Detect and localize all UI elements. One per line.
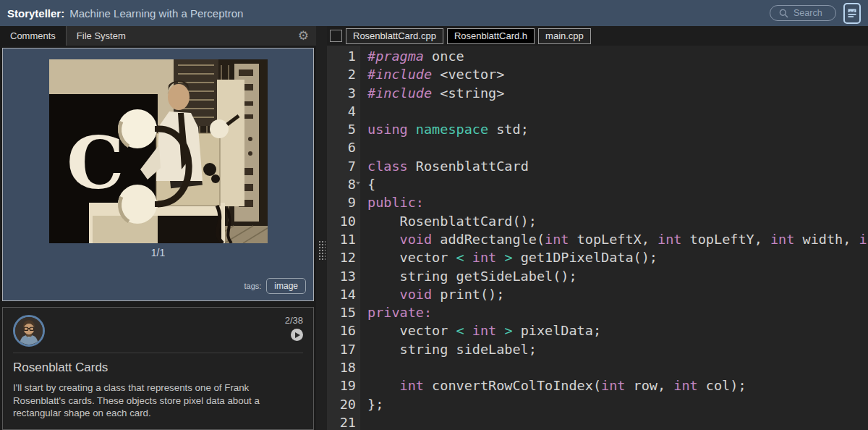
left-panel: Comments File System ⚙: [0, 26, 316, 430]
comment-divider: [13, 353, 303, 353]
comments-panel-content: C: [0, 46, 316, 430]
code-line: };: [367, 395, 868, 413]
top-bar: Storyteller: Machine Learning with a Per…: [0, 0, 868, 26]
line-number: 5: [327, 120, 356, 138]
panel-divider: [316, 26, 327, 430]
line-number: 17: [327, 340, 356, 358]
code-line: [367, 413, 868, 430]
line-number: 7: [327, 157, 356, 175]
code-line: [367, 102, 868, 120]
code-line: [367, 358, 868, 376]
line-number-gutter: 123456789101112131415161718192021: [327, 46, 360, 430]
code-line: void addRectangle(int topLeftX, int topL…: [367, 230, 868, 248]
code-line: void print();: [367, 285, 868, 303]
image-pagination: 1/1: [3, 247, 313, 258]
search-input[interactable]: Search: [770, 5, 836, 21]
code-editor-panel: RosenblattCard.cpp RosenblattCard.h main…: [327, 26, 868, 430]
code-line: private:: [367, 303, 868, 321]
line-number: 20: [327, 395, 356, 413]
code-line: #pragma once: [367, 47, 868, 65]
document-icon: [847, 7, 857, 20]
code-line: string sideLabel;: [367, 340, 868, 358]
story-title: Machine Learning with a Perceptron: [69, 7, 243, 20]
code-line: {: [367, 175, 868, 193]
line-number: 11: [327, 230, 356, 248]
code-line: vector < int > pixelData;: [367, 321, 868, 340]
tab-rosenblattcard-cpp[interactable]: RosenblattCard.cpp: [346, 28, 443, 44]
code-area[interactable]: 123456789101112131415161718192021 #pragm…: [327, 46, 868, 430]
tags-label: tags:: [244, 282, 261, 290]
code-line: public:: [367, 193, 868, 211]
line-number: 8: [327, 175, 356, 193]
line-number: 2: [327, 65, 356, 83]
line-number: 16: [327, 321, 356, 340]
code-line: string getSideLabel();: [367, 267, 868, 285]
panel-resize-handle[interactable]: [318, 240, 326, 260]
comment-card: 2/38 Rosenblatt Cards I'll start by crea…: [2, 307, 314, 430]
play-icon: [295, 332, 300, 338]
editor-tabbar: RosenblattCard.cpp RosenblattCard.h main…: [327, 26, 868, 46]
comment-title: Rosenblatt Cards: [13, 361, 303, 375]
line-number: 10: [327, 212, 356, 230]
comment-paragraph: I'll start by creating a class that repr…: [13, 381, 303, 420]
left-panel-tabbar: Comments File System ⚙: [0, 26, 316, 46]
line-number: 3: [327, 84, 356, 102]
line-number: 14: [327, 285, 356, 303]
storyteller-app: Storyteller: Machine Learning with a Per…: [0, 0, 868, 430]
line-number: 12: [327, 248, 356, 266]
code-line: using namespace std;: [367, 120, 868, 138]
author-avatar: [13, 315, 45, 347]
code-line: class RosenblattCard: [367, 157, 868, 175]
line-number: 6: [327, 138, 356, 156]
code-lines: #pragma once#include <vector>#include <s…: [360, 46, 868, 430]
code-line: vector < int > get1DPixelData();: [367, 248, 868, 266]
code-line: int convertRowColToIndex(int row, int co…: [367, 376, 868, 395]
image-card: C: [2, 48, 314, 301]
search-placeholder: Search: [793, 8, 822, 18]
search-icon: [779, 9, 788, 18]
tab-file-system[interactable]: File System: [67, 26, 136, 46]
code-line: #include <string>: [367, 84, 868, 102]
line-number: 13: [327, 267, 356, 285]
settings-gear-icon[interactable]: ⚙: [298, 30, 309, 42]
tab-rosenblattcard-h[interactable]: RosenblattCard.h: [447, 28, 535, 44]
line-number: 1: [327, 47, 356, 65]
code-line: RosenblattCard();: [367, 212, 868, 230]
code-line: [367, 138, 868, 156]
perceptron-photo-image: C: [49, 59, 268, 243]
code-line: #include <vector>: [367, 65, 868, 83]
perceptron-photo: C: [49, 59, 268, 243]
comment-counter: 2/38: [285, 315, 303, 326]
line-number: 4: [327, 102, 356, 120]
comment-paragraph: The rectangular shape is on either the l…: [13, 428, 303, 430]
line-number: 21: [327, 413, 356, 430]
story-view-toggle-button[interactable]: [843, 3, 861, 24]
line-number: 18: [327, 358, 356, 376]
line-number: 9: [327, 193, 356, 211]
play-button[interactable]: [291, 329, 303, 341]
fold-marker-icon[interactable]: [356, 182, 360, 185]
line-number: 15: [327, 303, 356, 321]
svg-text:C: C: [67, 120, 124, 206]
tab-main-cpp[interactable]: main.cpp: [538, 28, 591, 44]
tab-comments[interactable]: Comments: [0, 26, 67, 46]
app-name: Storyteller:: [7, 7, 64, 20]
line-number: 19: [327, 376, 356, 395]
editor-tab-spacer-button[interactable]: [330, 30, 342, 42]
tag-chip-image: image: [266, 278, 306, 294]
